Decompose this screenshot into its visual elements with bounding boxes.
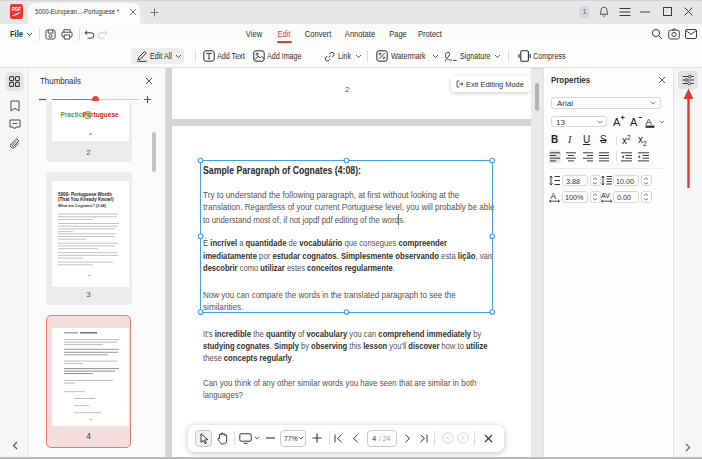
svg-text:AV: AV bbox=[601, 192, 610, 199]
svg-text:A: A bbox=[551, 191, 557, 201]
svg-text:A: A bbox=[613, 116, 621, 128]
svg-text:PDF: PDF bbox=[12, 7, 21, 12]
svg-text:A: A bbox=[646, 116, 653, 127]
svg-text:A: A bbox=[630, 116, 638, 128]
